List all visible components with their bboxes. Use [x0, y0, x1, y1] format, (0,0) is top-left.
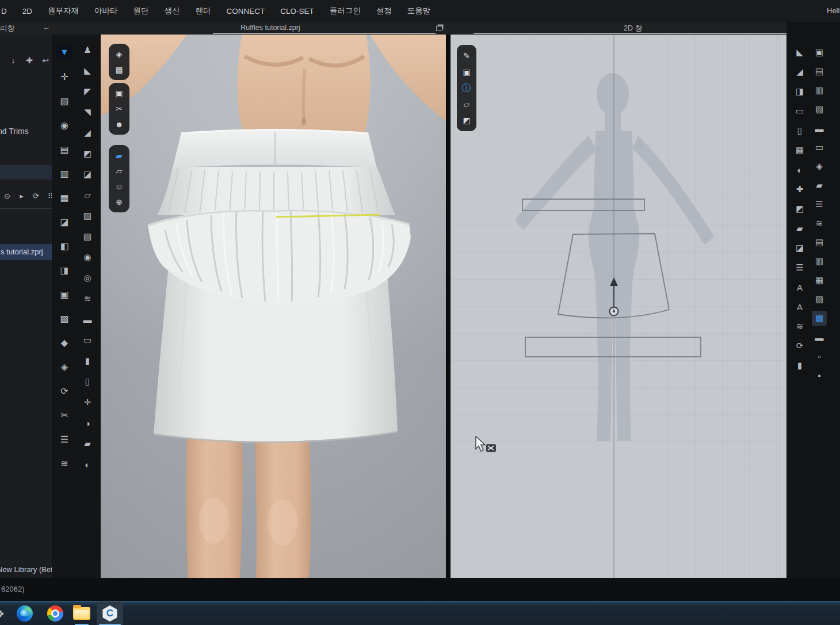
pinned-app-partial-icon[interactable]: ❖: [0, 608, 12, 624]
library-footer-new-library[interactable]: New Library (Beta): [0, 565, 52, 574]
polygon-button[interactable]: ▭: [792, 104, 807, 119]
mesh-quality-2-button[interactable]: ▧: [79, 229, 96, 244]
zipper-2d-button[interactable]: ▦: [812, 273, 827, 288]
internal-line-button[interactable]: ☰: [792, 260, 807, 275]
search-button[interactable]: ⊙: [2, 191, 12, 201]
show-seams-button[interactable]: ✂: [112, 102, 126, 115]
menu-item-3d[interactable]: D: [1, 7, 7, 16]
library-item-ruffles-tutorial[interactable]: s tutorial.zprj: [0, 244, 52, 260]
binding-button[interactable]: ◆: [56, 335, 72, 350]
fabric-piece-button[interactable]: ▱: [112, 165, 126, 177]
grid-view-button[interactable]: ⠿: [45, 191, 52, 201]
basting-button[interactable]: ▮: [792, 358, 807, 373]
stitch-cut-button[interactable]: ✂: [56, 407, 72, 422]
fabric-swatch-button[interactable]: ▱: [460, 98, 474, 110]
transform-pattern-button[interactable]: ◣: [792, 45, 807, 60]
trim-tool-button[interactable]: ◑: [79, 416, 96, 430]
buttonhole-button[interactable]: ◎: [79, 270, 96, 285]
add-button[interactable]: ✚: [24, 55, 35, 66]
edit-curvature-button[interactable]: ◢: [792, 64, 807, 79]
arrangement-1-button[interactable]: ◣: [79, 63, 96, 78]
edge-browser-icon[interactable]: [17, 605, 33, 622]
show-garment-button[interactable]: ▣: [112, 87, 126, 100]
rotate-garment-button[interactable]: ⟳: [56, 383, 72, 398]
undo-button[interactable]: ↩: [40, 55, 51, 66]
pin-button[interactable]: ◉: [56, 117, 72, 132]
zipper-button[interactable]: ≋: [79, 291, 96, 306]
filter-arrow-button[interactable]: ▸: [17, 191, 26, 201]
flatten-pattern-button[interactable]: ▱: [79, 188, 96, 203]
avatar-walk-button[interactable]: ♟: [79, 43, 96, 58]
select-move-button[interactable]: ✛: [56, 69, 72, 84]
sewing-2d-button[interactable]: ▣: [812, 45, 827, 60]
mesh-quality-1-button[interactable]: ▨: [79, 208, 96, 223]
show-garment-fit-button[interactable]: ▩: [112, 63, 126, 76]
pose-tool-button[interactable]: ✛: [79, 395, 96, 410]
menu-item-closet[interactable]: CLO-SET: [280, 7, 314, 16]
menu-item-avatar[interactable]: 아바타: [94, 6, 118, 16]
fold-pleats-button[interactable]: ▧: [812, 292, 827, 307]
library-highlighted-row[interactable]: [0, 165, 52, 180]
notch-button[interactable]: ◪: [792, 241, 807, 256]
seam-allowance-button[interactable]: ◩: [792, 201, 807, 216]
jacket-fit-button[interactable]: ◨: [56, 262, 72, 277]
menu-item-materials[interactable]: 원부자재: [48, 6, 79, 16]
show-ground-button[interactable]: ⊕: [112, 196, 126, 208]
arrangement-5-button[interactable]: ◩: [79, 146, 96, 161]
menu-item-settings[interactable]: 설정: [376, 6, 392, 16]
garment-tape-button[interactable]: ▰: [79, 436, 96, 451]
check-sewing-button[interactable]: ▨: [812, 102, 827, 117]
pattern-copy-button[interactable]: ▪: [812, 368, 827, 383]
iron-button[interactable]: ▭: [812, 140, 827, 155]
chrome-browser-icon[interactable]: [47, 605, 63, 622]
garment-fold-button[interactable]: ◐: [79, 457, 96, 472]
button-button[interactable]: ◉: [79, 250, 96, 265]
menu-item-help[interactable]: 도움말: [407, 6, 431, 16]
simulate-button[interactable]: ▼: [56, 45, 72, 60]
arrangement-6-button[interactable]: ◪: [79, 167, 96, 182]
tab-2d-window-title[interactable]: 2D 창: [552, 24, 713, 33]
arrangement-2-button[interactable]: ◤: [79, 84, 96, 99]
menu-item-2d[interactable]: 2D: [22, 7, 32, 16]
print-layout-button[interactable]: ▩: [812, 311, 827, 326]
roll-fabric-1-button[interactable]: ▮: [79, 353, 96, 368]
padding-2-button[interactable]: ▭: [79, 333, 96, 348]
vest-fit-button[interactable]: ▣: [56, 287, 72, 302]
elastic-button[interactable]: ≋: [812, 216, 827, 231]
padding-1-button[interactable]: ▬: [79, 312, 96, 327]
fabric-texture-button[interactable]: ▰: [112, 149, 126, 162]
segment-sewing-2d-button[interactable]: ▤: [812, 64, 827, 79]
rectangle-select-button[interactable]: ▧: [56, 93, 72, 108]
download-button[interactable]: ↓: [8, 55, 18, 66]
roll-fabric-2-button[interactable]: ▯: [79, 374, 96, 389]
menu-item-plugin[interactable]: 플러그인: [330, 6, 361, 16]
pattern-annotation-button[interactable]: A: [792, 299, 807, 314]
text-tool-button[interactable]: A: [792, 280, 807, 295]
viewport-3d[interactable]: ◈▩ ▣✂☻ ▰▱☺⊕: [101, 35, 446, 578]
garment-view-button[interactable]: ◈: [812, 159, 827, 174]
measure-tape-button[interactable]: ☰: [56, 432, 72, 447]
grading-button[interactable]: ▰: [792, 221, 807, 236]
library-collapse-icon[interactable]: ←: [43, 23, 50, 32]
texture-edit-button[interactable]: ▰: [812, 178, 827, 193]
library-section-hardware-trims[interactable]: nd Trims: [0, 127, 29, 136]
arrangement-3-button[interactable]: ◥: [79, 105, 96, 120]
clo3d-active-app-tile[interactable]: [97, 601, 123, 625]
show-base-pattern-button[interactable]: ◩: [460, 114, 474, 127]
show-garment-2d-button[interactable]: ▣: [460, 66, 474, 78]
segment-sewing-button[interactable]: ▥: [56, 166, 72, 181]
tab-3d-window-title[interactable]: Ruffles tutorial.zprj: [161, 24, 380, 32]
edit-pattern-pen-button[interactable]: ✎: [460, 49, 474, 62]
arrangement-4-button[interactable]: ◢: [79, 125, 96, 140]
quilting-button[interactable]: ▬: [812, 330, 827, 345]
menu-item-fabric[interactable]: 원단: [133, 6, 149, 16]
fold-arrangement-button[interactable]: ◪: [56, 214, 72, 229]
track-sewing-button[interactable]: ⟳: [792, 338, 807, 353]
pattern-info-button[interactable]: ⓘ: [460, 82, 474, 94]
pleat-button[interactable]: ▥: [812, 254, 827, 269]
menu-item-connect[interactable]: CONNECT: [227, 7, 265, 16]
pattern-outline-button[interactable]: ☰: [812, 197, 827, 212]
add-point-button[interactable]: ◨: [792, 84, 807, 99]
fold-book-button[interactable]: ▩: [56, 311, 72, 326]
binding-2d-button[interactable]: ▤: [812, 235, 827, 250]
